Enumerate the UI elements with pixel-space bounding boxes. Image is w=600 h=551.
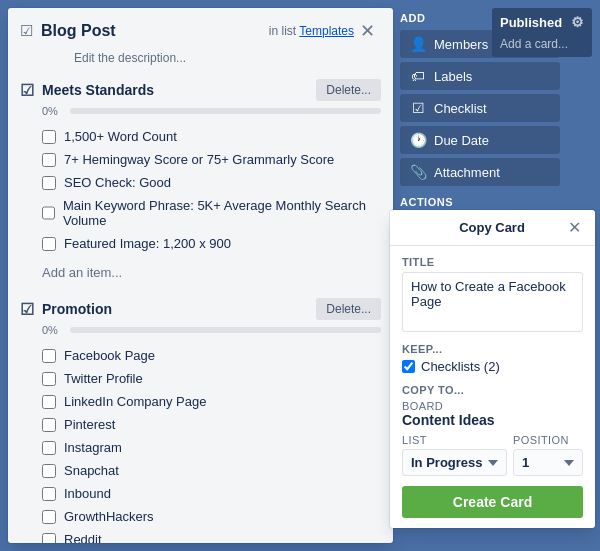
add-item-button-1[interactable]: Add an item...: [42, 261, 381, 284]
checklist-icon-2: ☑: [20, 300, 34, 319]
card-header: ☑ Blog Post in list Templates ✕: [8, 8, 393, 50]
checklist-title-1: ☑ Meets Standards: [20, 81, 154, 100]
checklist-item[interactable]: 1,500+ Word Count: [42, 125, 381, 148]
checklist-item-label: Featured Image: 1,200 x 900: [64, 236, 231, 251]
checklist-checkbox[interactable]: [42, 487, 56, 501]
checklist-item[interactable]: GrowthHackers: [42, 505, 381, 528]
card-title-input[interactable]: [402, 272, 583, 332]
position-select[interactable]: 1 2 3: [513, 449, 583, 476]
checklist-item-label: Instagram: [64, 440, 122, 455]
checklist-button[interactable]: ☑ Checklist: [400, 94, 560, 122]
checklist-item[interactable]: Reddit: [42, 528, 381, 543]
copy-card-popup: Copy Card ✕ Title Keep... Checklists (2)…: [390, 210, 595, 528]
checklist-item-label: Twitter Profile: [64, 371, 143, 386]
checklist-item[interactable]: Twitter Profile: [42, 367, 381, 390]
checklist-checkbox[interactable]: [42, 176, 56, 190]
due-date-button[interactable]: 🕐 Due Date: [400, 126, 560, 154]
popup-body: Title Keep... Checklists (2) Copy to... …: [390, 246, 595, 528]
copy-to-label: Copy to...: [402, 384, 583, 396]
checklist-item-label: GrowthHackers: [64, 509, 154, 524]
edit-description-link[interactable]: Edit the description...: [74, 51, 186, 65]
checklist-item[interactable]: Snapchat: [42, 459, 381, 482]
checklist-item-label: Snapchat: [64, 463, 119, 478]
settings-icon[interactable]: ⚙: [571, 14, 584, 30]
popup-header: Copy Card ✕: [390, 210, 595, 246]
progress-bar-1: 0%: [42, 105, 381, 117]
card-close-button[interactable]: ✕: [354, 18, 381, 44]
checklist-item[interactable]: LinkedIn Company Page: [42, 390, 381, 413]
checklist-checkbox[interactable]: [42, 533, 56, 544]
progress-bar-bg-1: [70, 108, 381, 114]
list-select-label: List: [402, 434, 507, 446]
popup-close-button[interactable]: ✕: [566, 218, 583, 237]
add-card-link[interactable]: Add a card...: [500, 37, 568, 51]
delete-checklist-2-button[interactable]: Delete...: [316, 298, 381, 320]
checklist-item-label: SEO Check: Good: [64, 175, 171, 190]
keep-label: Keep...: [402, 343, 583, 355]
board-label: Board: [402, 400, 583, 412]
checklist-checkbox[interactable]: [42, 206, 55, 220]
checklist-item-label: Facebook Page: [64, 348, 155, 363]
checklist-item-label: 7+ Hemingway Score or 75+ Grammarly Scor…: [64, 152, 334, 167]
checklist-item[interactable]: SEO Check: Good: [42, 171, 381, 194]
list-position-row: List In Progress Done Published Position…: [402, 434, 583, 476]
checklist-item-label: 1,500+ Word Count: [64, 129, 177, 144]
checklist-item-label: LinkedIn Company Page: [64, 394, 206, 409]
due-date-icon: 🕐: [410, 132, 426, 148]
checklist-checkbox[interactable]: [42, 130, 56, 144]
card-icon: ☑: [20, 22, 33, 40]
checklist-header-2: ☑ Promotion Delete...: [20, 298, 381, 320]
checklist-item-label: Main Keyword Phrase: 5K+ Average Monthly…: [63, 198, 381, 228]
checklist-item-label: Inbound: [64, 486, 111, 501]
checklist-title-2: ☑ Promotion: [20, 300, 112, 319]
checklist-checkbox[interactable]: [42, 395, 56, 409]
board-name: Content Ideas: [402, 412, 583, 428]
checklist-icon-1: ☑: [20, 81, 34, 100]
checklist-item-label: Reddit: [64, 532, 102, 543]
checklist-icon: ☑: [410, 100, 426, 116]
card-title: Blog Post: [41, 22, 246, 40]
checklist-checkbox[interactable]: [42, 153, 56, 167]
checklist-checkbox[interactable]: [42, 372, 56, 386]
list-link[interactable]: Templates: [299, 24, 354, 38]
card-list-ref: in list Templates: [269, 24, 354, 38]
checklist-item[interactable]: 7+ Hemingway Score or 75+ Grammarly Scor…: [42, 148, 381, 171]
card-modal: ☑ Blog Post in list Templates ✕ Edit the…: [8, 8, 393, 543]
members-icon: 👤: [410, 36, 426, 52]
attachment-button[interactable]: 📎 Attachment: [400, 158, 560, 186]
published-column: Published ⚙ Add a card...: [492, 8, 592, 57]
progress-bar-2: 0%: [42, 324, 381, 336]
popup-title: Copy Card: [418, 220, 566, 235]
checklist-checkbox[interactable]: [42, 418, 56, 432]
labels-icon: 🏷: [410, 68, 426, 84]
create-card-button[interactable]: Create Card: [402, 486, 583, 518]
checklist-checkbox[interactable]: [42, 464, 56, 478]
checklist-item[interactable]: Facebook Page: [42, 344, 381, 367]
progress-label-1: 0%: [42, 105, 64, 117]
title-label: Title: [402, 256, 583, 268]
progress-label-2: 0%: [42, 324, 64, 336]
checklist-meets-standards: ☑ Meets Standards Delete... 0% 1,500+ Wo…: [8, 73, 393, 292]
labels-button[interactable]: 🏷 Labels: [400, 62, 560, 90]
checklist-checkbox[interactable]: [42, 349, 56, 363]
checklist-item[interactable]: Main Keyword Phrase: 5K+ Average Monthly…: [42, 194, 381, 232]
checklist-checkbox[interactable]: [42, 441, 56, 455]
checklist-checkbox[interactable]: [42, 237, 56, 251]
keep-checklists-checkbox[interactable]: [402, 360, 415, 373]
keep-checklists-label: Checklists (2): [421, 359, 500, 374]
checklist-item[interactable]: Instagram: [42, 436, 381, 459]
position-select-wrapper: Position 1 2 3: [513, 434, 583, 476]
sidebar-actions-title: Actions: [400, 196, 585, 208]
delete-checklist-1-button[interactable]: Delete...: [316, 79, 381, 101]
checklist-item[interactable]: Pinterest: [42, 413, 381, 436]
list-select[interactable]: In Progress Done Published: [402, 449, 507, 476]
list-select-wrapper: List In Progress Done Published: [402, 434, 507, 476]
checklist-items-1: 1,500+ Word Count 7+ Hemingway Score or …: [42, 125, 381, 255]
checklist-item[interactable]: Featured Image: 1,200 x 900: [42, 232, 381, 255]
checklist-item[interactable]: Inbound: [42, 482, 381, 505]
progress-bar-bg-2: [70, 327, 381, 333]
checklist-header-1: ☑ Meets Standards Delete...: [20, 79, 381, 101]
checklist-checkbox[interactable]: [42, 510, 56, 524]
checklist-items-2: Facebook Page Twitter Profile LinkedIn C…: [42, 344, 381, 543]
copy-to-section: Copy to... Board Content Ideas List In P…: [402, 384, 583, 476]
